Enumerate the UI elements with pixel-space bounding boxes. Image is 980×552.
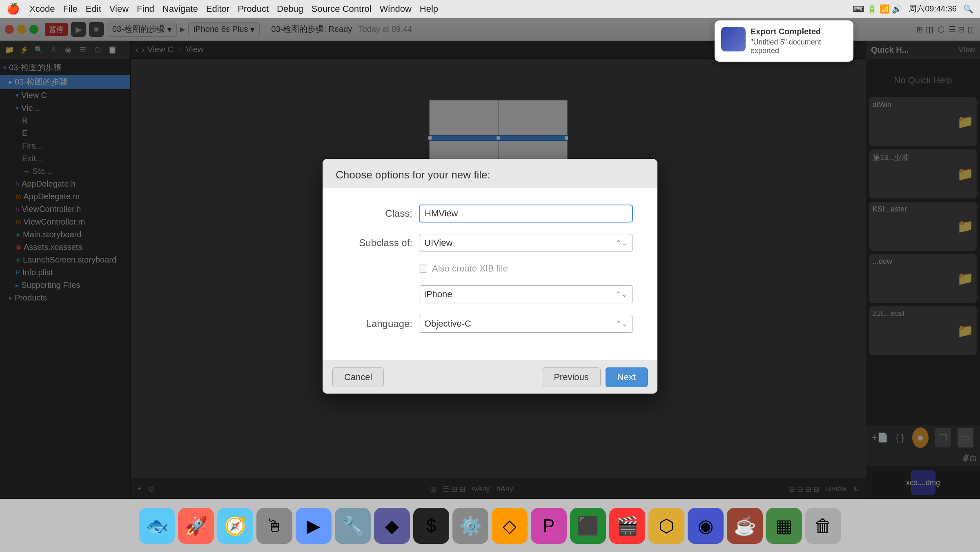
dialog-header: Choose options for your new file: (323, 159, 657, 188)
subclass-arrow: ⌃⌄ (615, 238, 628, 247)
xib-row: Also create XIB file (347, 263, 633, 274)
menubar-help[interactable]: Help (420, 4, 438, 14)
menubar-file[interactable]: File (63, 4, 77, 14)
language-label: Language: (347, 318, 412, 329)
subclass-select[interactable]: UIView ⌃⌄ (419, 234, 633, 252)
subclass-label: Subclass of: (347, 237, 412, 249)
dock-app-10[interactable]: P (531, 508, 567, 544)
menubar-xcode[interactable]: Xcode (29, 4, 55, 14)
dock-app-16[interactable]: ▦ (766, 508, 802, 544)
dialog-overlay: Choose options for your new file: Class:… (0, 0, 980, 552)
dock-app-11[interactable]: ⬛ (570, 508, 606, 544)
menubar-find[interactable]: Find (137, 4, 154, 14)
dock-quicktime[interactable]: ▶ (296, 508, 332, 544)
next-button[interactable]: Next (606, 367, 648, 387)
menubar-view[interactable]: View (109, 4, 129, 14)
dock-app-15[interactable]: ☕ (727, 508, 763, 544)
dialog-footer: Cancel Previous Next (323, 361, 657, 394)
dialog-footer-right: Previous Next (542, 367, 648, 387)
class-input[interactable] (419, 205, 633, 223)
dock-media[interactable]: 🎬 (609, 508, 645, 544)
subclass-row: Subclass of: UIView ⌃⌄ (347, 234, 633, 252)
dock-trash[interactable]: 🗑 (805, 508, 841, 544)
notification-title: Export Completed (751, 27, 847, 36)
menubar-window[interactable]: Window (380, 4, 412, 14)
dialog-body: Class: Subclass of: UIView ⌃⌄ Also creat… (323, 188, 657, 361)
menubar-time: 周六09:44:36 (909, 3, 957, 14)
menubar: 🍎 Xcode File Edit View Find Navigate Edi… (0, 0, 980, 18)
language-value: Objective-C (424, 318, 471, 329)
menubar-navigate[interactable]: Navigate (163, 4, 198, 14)
dock-finder[interactable]: 🐟 (139, 508, 175, 544)
subclass-value: UIView (424, 238, 452, 248)
dock-sketch[interactable]: ◇ (492, 508, 528, 544)
dock: 🐟 🚀 🧭 🖱 ▶ 🔧 ◆ $ ⚙️ ◇ P ⬛ 🎬 ⬡ ◉ ☕ ▦ 🗑 (0, 499, 980, 552)
cancel-button[interactable]: Cancel (332, 367, 384, 387)
language-arrow: ⌃⌄ (615, 319, 628, 328)
dock-xcode-tools[interactable]: 🔧 (335, 508, 371, 544)
dock-settings[interactable]: ⚙️ (452, 508, 488, 544)
notification-content: Export Completed "Untitled 5" document e… (751, 27, 847, 55)
previous-button[interactable]: Previous (542, 367, 601, 387)
dock-app-6[interactable]: ◆ (374, 508, 410, 544)
menubar-edit[interactable]: Edit (86, 4, 101, 14)
menubar-product[interactable]: Product (238, 4, 269, 14)
dock-terminal[interactable]: $ (413, 508, 449, 544)
menubar-icons: ⌨ 🔋 📶 🔊 (853, 4, 902, 14)
notification-icon (721, 27, 746, 51)
xib-checkbox[interactable] (419, 265, 427, 273)
xib-label: Also create XIB file (432, 263, 508, 274)
menubar-source-control[interactable]: Source Control (312, 4, 372, 14)
dock-launchpad[interactable]: 🚀 (178, 508, 214, 544)
dialog-title: Choose options for your new file: (336, 169, 644, 181)
device-arrow: ⌃⌄ (615, 290, 628, 299)
device-row: iPhone ⌃⌄ (347, 285, 633, 303)
language-row: Language: Objective-C ⌃⌄ (347, 315, 633, 333)
class-row: Class: (347, 205, 633, 223)
device-select[interactable]: iPhone ⌃⌄ (419, 285, 633, 303)
language-select[interactable]: Objective-C ⌃⌄ (419, 315, 633, 333)
class-label: Class: (347, 208, 412, 219)
device-value: iPhone (424, 289, 452, 300)
new-file-dialog: Choose options for your new file: Class:… (323, 159, 657, 394)
menubar-right: ⌨ 🔋 📶 🔊 周六09:44:36 🔍 (853, 3, 973, 14)
dock-app-13[interactable]: ⬡ (648, 508, 684, 544)
menubar-debug[interactable]: Debug (277, 4, 303, 14)
apple-menu[interactable]: 🍎 (7, 2, 20, 15)
menubar-search[interactable]: 🔍 (963, 4, 973, 14)
dock-mouse[interactable]: 🖱 (256, 508, 292, 544)
export-notification: Export Completed "Untitled 5" document e… (715, 20, 853, 62)
menubar-editor[interactable]: Editor (206, 4, 229, 14)
dock-safari[interactable]: 🧭 (217, 508, 253, 544)
dock-app-14[interactable]: ◉ (688, 508, 724, 544)
notification-subtitle: "Untitled 5" document exported (751, 38, 847, 55)
